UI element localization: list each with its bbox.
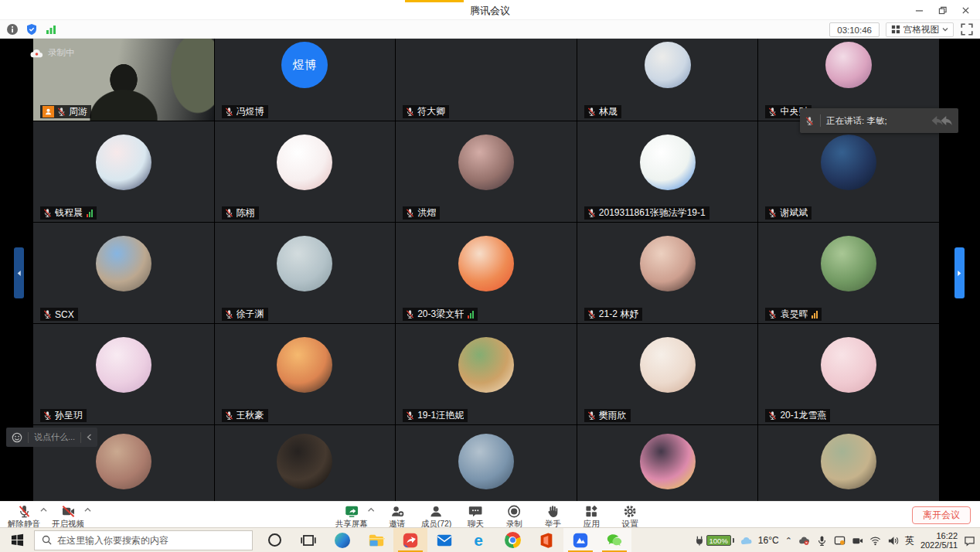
view-mode-button[interactable]: 宫格视图 (886, 22, 954, 37)
caret-expand-icon[interactable] (84, 507, 91, 513)
taskbar-search[interactable] (34, 530, 253, 550)
toolbar-mic-off-button[interactable]: 解除静音 (6, 503, 42, 530)
taskbar-wechat-icon[interactable] (597, 528, 631, 552)
participant-tile[interactable]: 20-1龙雪燕 (758, 324, 939, 424)
ime-language-indicator[interactable]: 英 (905, 534, 914, 547)
window-controls (907, 0, 977, 20)
muted-mic-icon (224, 208, 234, 218)
participant-tile[interactable] (758, 425, 939, 501)
volume-tray-icon[interactable] (887, 535, 899, 547)
taskbar-task-view-icon[interactable] (291, 528, 325, 552)
participant-tile[interactable] (396, 425, 577, 501)
toolbar-chat-button[interactable]: 聊天 (459, 503, 492, 530)
participant-tile[interactable]: 钱程晨 (33, 121, 214, 222)
toolbar-invite-button[interactable]: 邀请 (381, 503, 413, 530)
toolbar-share-button[interactable]: 共享屏幕 (334, 503, 369, 530)
start-button[interactable] (0, 528, 34, 552)
participant-avatar (96, 135, 151, 190)
caret-expand-icon[interactable] (40, 507, 47, 513)
muted-mic-icon (405, 309, 415, 319)
toolbar-record-button[interactable]: 录制 (498, 503, 530, 530)
toolbar-settings-button[interactable]: 设置 (614, 503, 646, 530)
battery-indicator[interactable]: 100% (694, 535, 734, 546)
meeting-header-bar: 03:10:46 宫格视图 (0, 20, 980, 39)
apps-icon (584, 504, 599, 519)
muted-mic-icon (805, 116, 815, 126)
cloud-sync-error-icon[interactable] (798, 535, 810, 547)
fullscreen-icon[interactable] (960, 22, 974, 36)
participant-name-label: 袁旻晖 (765, 308, 822, 321)
participant-tile[interactable]: 徐子渊 (215, 223, 396, 323)
participant-tile[interactable]: 谢斌斌 (758, 121, 939, 222)
leave-meeting-button[interactable]: 离开会议 (912, 506, 971, 524)
participant-tile[interactable]: 袁旻晖 (758, 223, 939, 323)
taskbar-tencent-docs-icon[interactable] (563, 528, 597, 552)
toolbar-members-button[interactable]: 成员(72) (420, 503, 454, 530)
participant-tile[interactable]: 21-2 林妤 (577, 223, 758, 323)
caret-expand-icon[interactable] (368, 507, 375, 513)
taskbar-file-explorer-icon[interactable] (359, 528, 393, 552)
action-center-icon[interactable] (964, 535, 975, 547)
toolbar-cam-off-button[interactable]: 开启视频 (50, 503, 86, 530)
screen-share-tray-icon[interactable] (834, 535, 846, 547)
search-input[interactable] (57, 535, 245, 546)
restore-icon[interactable] (931, 0, 954, 20)
previous-page-arrow[interactable] (14, 247, 24, 298)
system-tray: 100% 16°C ⌃ (694, 528, 975, 552)
participant-tile[interactable]: 王秋豪 (215, 324, 396, 424)
participant-avatar (821, 434, 876, 489)
toolbar-apps-button[interactable]: 应用 (575, 503, 607, 530)
members-icon (429, 504, 444, 519)
weather-icon[interactable] (740, 535, 752, 547)
temperature-label[interactable]: 16°C (758, 535, 779, 546)
chevron-down-icon (942, 27, 948, 32)
participant-tile[interactable]: 洪熠 (396, 121, 577, 222)
camera-tray-icon[interactable] (852, 535, 863, 547)
participant-tile[interactable]: 20-3梁文轩 (396, 223, 577, 323)
muted-mic-icon (224, 309, 234, 319)
participant-avatar (277, 434, 332, 489)
participant-name-label: 林晟 (584, 105, 621, 118)
taskbar-mail-icon[interactable] (427, 528, 461, 552)
participant-name: 陈栩 (236, 206, 255, 220)
participant-name: 符大卿 (417, 105, 445, 118)
participant-tile[interactable]: 孙呈玥 (33, 324, 214, 424)
taskbar-edge-legacy-icon[interactable]: e (461, 528, 495, 552)
participant-name-label: 王秋豪 (222, 409, 268, 422)
participant-avatar (458, 337, 514, 393)
taskbar-tencent-meeting-icon[interactable] (393, 528, 427, 552)
next-page-arrow[interactable] (954, 247, 965, 298)
participant-tile[interactable]: 2019311861张驰法学19-1 (577, 121, 758, 222)
participant-tile[interactable]: 林晟 (577, 39, 758, 121)
participant-tile[interactable]: SCX (33, 223, 214, 323)
active-speaker-label: 正在讲话: 李敏; (826, 115, 930, 127)
close-icon[interactable] (954, 0, 977, 20)
wifi-tray-icon[interactable] (869, 535, 881, 547)
participant-tile[interactable]: 陈栩 (215, 121, 396, 222)
participant-tile[interactable] (577, 425, 758, 501)
microphone-tray-icon[interactable] (816, 535, 828, 547)
taskbar-chrome-icon[interactable] (495, 528, 529, 552)
muted-mic-icon (224, 107, 234, 117)
participant-tile[interactable]: 樊雨欣 (577, 324, 758, 424)
participant-avatar (458, 236, 514, 291)
participant-avatar (821, 236, 876, 291)
taskbar-office-icon[interactable] (529, 528, 563, 552)
toolbar-hand-button[interactable]: 举手 (536, 503, 569, 530)
security-shield-icon[interactable] (26, 23, 38, 36)
participant-tile[interactable]: 符大卿 (396, 39, 577, 121)
grid-view-icon (891, 25, 900, 34)
participant-tile[interactable] (215, 425, 396, 501)
participant-tile[interactable]: 19-1汪艳妮 (396, 324, 577, 424)
participant-tile[interactable]: 煜博冯煜博 (215, 39, 396, 121)
title-bar: 腾讯会议 (0, 0, 980, 20)
meeting-info-icon[interactable] (6, 23, 19, 36)
taskbar-edge-icon[interactable] (325, 528, 359, 552)
taskbar-cortana-icon[interactable] (257, 528, 291, 552)
undo-arrows-icon[interactable] (935, 114, 954, 127)
taskbar-clock[interactable]: 16:22 2022/5/11 (920, 531, 958, 550)
invite-icon (390, 504, 404, 519)
hidden-icons-chevron[interactable]: ⌃ (785, 536, 792, 546)
minimize-icon[interactable] (907, 0, 931, 20)
quick-chat-bar[interactable]: 说点什么... (6, 428, 97, 447)
